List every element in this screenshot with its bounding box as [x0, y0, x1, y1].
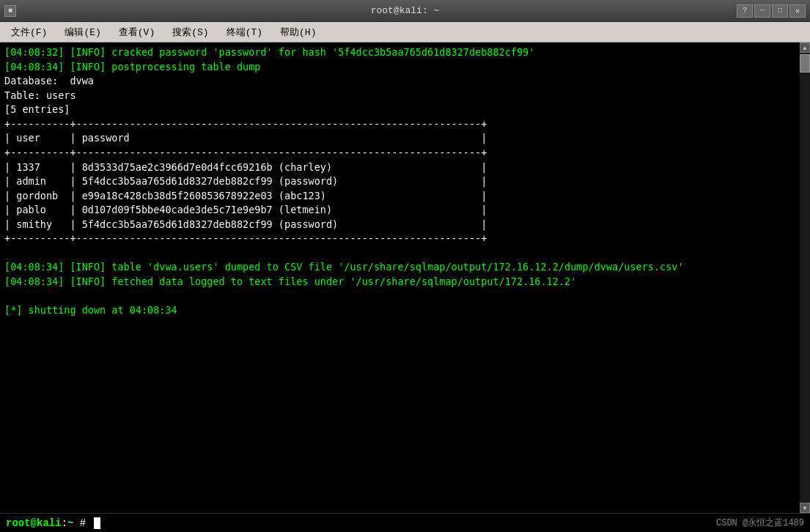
scroll-up-arrow[interactable]: ▲ — [800, 43, 810, 53]
prompt-user: root@kali — [6, 517, 62, 529]
prompt-path: ~ — [67, 517, 73, 529]
terminal-icon: ■ — [4, 5, 16, 17]
statusbar: root@kali : ~ # CSDN @永恒之蓝1489 — [0, 513, 810, 532]
prompt-cursor — [94, 517, 100, 529]
titlebar-left: ■ — [4, 5, 16, 17]
terminal[interactable]: [04:08:32] [INFO] cracked password 'pass… — [0, 43, 800, 513]
prompt-colon: : — [62, 517, 67, 529]
line-1: [04:08:32] [INFO] cracked password 'pass… — [4, 46, 534, 58]
menu-file[interactable]: 文件(F) — [3, 23, 55, 41]
blank-2 — [4, 290, 10, 302]
line-4: Table: users — [4, 89, 76, 101]
prompt-symbol: # — [73, 517, 92, 529]
line-shutdown: [*] shutting down at 04:08:34 — [4, 304, 177, 316]
window-controls: ? ─ □ ✕ — [737, 4, 806, 18]
watermark: CSDN @永恒之蓝1489 — [716, 517, 804, 529]
menu-edit[interactable]: 编辑(E) — [56, 23, 108, 41]
table-row-gordonb: | gordonb | e99a18c428cb38d5f26085367892… — [4, 190, 487, 202]
table-header: | user | password | — [4, 132, 487, 144]
scroll-thumb[interactable] — [800, 54, 810, 73]
menu-search[interactable]: 搜索(S) — [164, 23, 216, 41]
menu-view[interactable]: 查看(V) — [111, 23, 163, 41]
menu-terminal[interactable]: 终端(T) — [218, 23, 270, 41]
table-row-pablo: | pablo | 0d107d09f5bbe40cade3de5c71e9e9… — [4, 204, 487, 215]
table-row-1337: | 1337 | 8d3533d75ae2c3966d7e0d4fcc69216… — [4, 161, 487, 173]
table-border-bot: +----------+----------------------------… — [4, 232, 487, 244]
table-row-smithy: | smithy | 5f4dcc3b5aa765d61d8327deb882c… — [4, 218, 487, 230]
maximize-button[interactable]: □ — [772, 4, 788, 18]
table-row-admin: | admin | 5f4dcc3b5aa765d61d8327deb882cf… — [4, 175, 487, 187]
line-3: Database: dvwa — [4, 75, 94, 86]
line-csv: [04:08:34] [INFO] table 'dvwa.users' dum… — [4, 261, 684, 273]
minimize-button[interactable]: ─ — [754, 4, 770, 18]
close-button[interactable]: ✕ — [789, 4, 806, 18]
terminal-wrapper: [04:08:32] [INFO] cracked password 'pass… — [0, 43, 810, 513]
table-border-mid: +----------+----------------------------… — [4, 147, 487, 158]
titlebar: ■ root@kali: ~ ? ─ □ ✕ — [0, 0, 810, 22]
menubar: 文件(F) 编辑(E) 查看(V) 搜索(S) 终端(T) 帮助(H) — [0, 22, 810, 43]
menu-help[interactable]: 帮助(H) — [272, 23, 324, 41]
table-border-top: +----------+----------------------------… — [4, 118, 487, 130]
line-2: [04:08:34] [INFO] postprocessing table d… — [4, 61, 261, 73]
blank-1 — [4, 247, 10, 259]
scrollbar[interactable]: ▲ ▼ — [800, 43, 810, 513]
line-5: [5 entries] — [4, 103, 70, 115]
help-button[interactable]: ? — [737, 4, 753, 18]
window-title: root@kali: ~ — [371, 5, 440, 16]
scroll-down-arrow[interactable]: ▼ — [800, 503, 810, 513]
line-fetched: [04:08:34] [INFO] fetched data logged to… — [4, 276, 576, 287]
scroll-track — [800, 53, 810, 503]
prompt-line: root@kali : ~ # — [6, 517, 100, 529]
